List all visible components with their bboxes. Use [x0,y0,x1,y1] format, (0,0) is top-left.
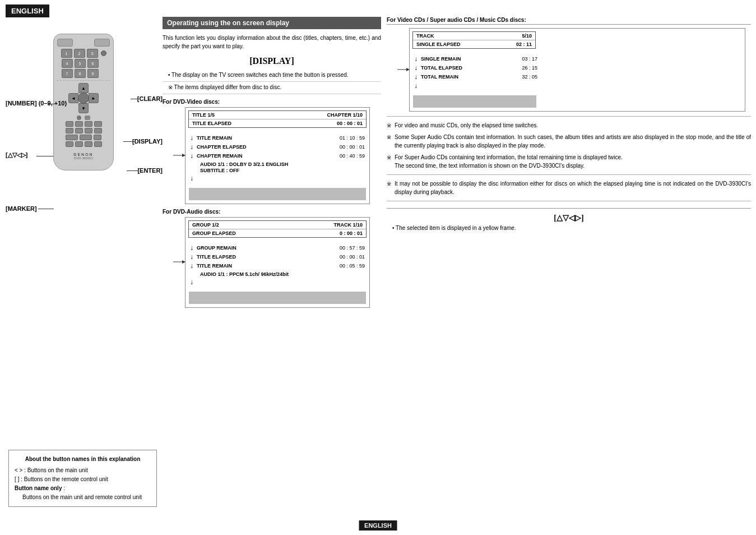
aud-item-1-val: 00 : 57 : 59 [340,245,365,251]
nav-bullet: • The selected item is displayed in a ye… [392,225,751,231]
vcd-diagram: TRACK 5/10 SINGLE ELAPSED 02 : 11 ↓ SING… [409,28,745,112]
vcd-item-3-label: TOTAL REMAIN [421,74,458,80]
vcd-items: ↓ SINGLE REMAIN 03 : 17 ↓ TOTAL ELAPSED … [410,52,745,93]
middle-panel: Operating using the on screen display Th… [163,17,381,518]
dvd-item-2-val: 00 : 00 : 01 [340,144,365,150]
page-footer: ENGLISH [359,520,397,531]
clear-label: [CLEAR] [137,95,163,102]
note-4: It may not be possible to display the di… [387,179,751,196]
vcd-item-1-label: SINGLE REMAIN [421,56,461,62]
vcd-row2-right: 02 : 11 [516,41,532,47]
display-label: [DISPLAY] [132,138,163,145]
dvd-item-1-label: TITLE REMAIN [197,135,232,141]
right-divider2 [387,174,751,175]
info-text2: : Buttons on the remote control unit [21,476,108,482]
dvd-row2-left: TITLE ELAPSED [192,121,231,126]
aud-row1-right: TRACK 1/10 [333,222,363,228]
dvd-video-title: For DVD-Video discs: [163,99,381,105]
language-header: ENGLISH [6,4,49,17]
info-sym1: < > [15,467,22,473]
aud-item-2-val: 00 : 00 : 01 [340,254,365,260]
info-text1: : Buttons on the main unit [24,467,87,473]
number-label: [NUMBER] (0–9, +10) [6,100,67,107]
button-name-only: Button name only [15,485,62,491]
bullet1: • The display on the TV screen switches … [168,71,381,79]
vcd-row1-right: 5/10 [522,33,532,39]
vcd-item-1-val: 03 : 17 [522,56,537,62]
svg-marker-5 [406,68,410,71]
notes-list: For video and music CDs, only the elapse… [387,121,751,170]
aud-row1-left: GROUP 1/2 [192,222,219,228]
enter-label: [ENTER] [137,167,163,174]
aud-item-2-label: TITLE ELAPSED [197,254,236,260]
dvd-audio-title: For DVD-Audio discs: [163,209,381,215]
aud-audio-line: AUDIO 1/1 : PPCM 5.1ch/ 96kHz/24bit [200,271,365,277]
intro-text: This function lets you display informati… [163,34,381,50]
aud-row2-left: GROUP ELAPSED [192,230,236,236]
aud-item-1-label: GROUP REMAIN [197,245,236,251]
info-line4: Buttons on the main unit and remote cont… [15,493,151,502]
right-divider1 [387,116,751,117]
info-sym2: [ ] [15,476,19,482]
remote-illustration: 1 2 3 4 5 6 7 8 9 [39,28,129,269]
info-line1: < > : Buttons on the main unit [15,466,151,475]
vcd-item-2-label: TOTAL ELAPSED [421,65,462,71]
vcd-item-3-val: 32 : 05 [522,74,537,80]
aud-row2-right: 0 : 00 : 01 [340,230,363,236]
vcd-item-2-val: 26 : 15 [522,65,537,71]
dvd-audio-items: ↓ GROUP REMAIN 00 : 57 : 59 ↓ TITLE ELAP… [185,241,369,289]
note-3: For Super Audio CDs containing text info… [387,153,751,170]
dvd-row2-right: 00 : 00 : 01 [337,121,363,126]
nav-label: [△▽◁▷] [6,151,27,159]
note1: ※ The items displayed differ from disc t… [168,84,381,90]
display-heading: [DISPLAY] [163,56,381,66]
dvd-row1-left: TITLE 1/5 [192,112,215,118]
dvd-audio-diagram: GROUP 1/2 TRACK 1/10 GROUP ELAPSED 0 : 0… [185,217,370,308]
right-divider3 [387,201,751,201]
left-panel: 1 2 3 4 5 6 7 8 9 [6,17,163,518]
note-1: For video and music CDs, only the elapse… [387,121,751,130]
svg-marker-1 [182,154,185,157]
right-panel: For Video CDs / Super audio CDs / Music … [387,17,751,518]
aud-item-3-label: TITLE REMAIN [197,263,232,269]
nav-heading: [△▽◁▷] [387,213,751,223]
notes-list2: It may not be possible to display the di… [387,179,751,196]
info-box: About the button names in this explanati… [8,450,157,507]
nav-section: [△▽◁▷] • The selected item is displayed … [387,208,751,231]
dvd-row1-right: CHAPTER 1/10 [327,112,363,118]
dvd-item-2-label: CHAPTER ELAPSED [197,144,247,150]
section-title: Operating using the on screen display [163,17,381,29]
dvd-video-items: ↓ TITLE REMAIN 01 : 10 : 59 ↓ CHAPTER EL… [185,131,369,186]
info-bold-suffix: : [62,485,65,491]
vcd-title: For Video CDs / Super audio CDs / Music … [387,17,751,25]
dvd-subtitle-line: SUBTITLE : OFF [200,168,365,173]
marker-label: [MARKER] [6,205,37,212]
svg-marker-3 [182,260,185,264]
dvd-item-1-val: 01 : 10 : 59 [340,135,365,141]
vcd-row1-left: TRACK [416,33,434,39]
note-2: Some Super Audio CDs contain text inform… [387,133,751,150]
dvd-item-3-label: CHAPTER REMAIN [197,153,243,159]
info-line2: [ ] : Buttons on the remote control unit [15,475,151,484]
vcd-row2-left: SINGLE ELAPSED [416,41,461,47]
dvd-audio-line: AUDIO 1/1 : DOLBY D 3/2.1 ENGLISH [200,162,365,167]
info-line3: Button name only : [15,484,151,493]
info-box-title: About the button names in this explanati… [15,455,151,464]
dvd-video-diagram: TITLE 1/5 CHAPTER 1/10 TITLE ELAPSED 00 … [185,107,370,204]
aud-item-3-val: 00 : 05 : 59 [340,263,365,269]
dvd-item-3-val: 00 : 40 : 59 [340,153,365,159]
